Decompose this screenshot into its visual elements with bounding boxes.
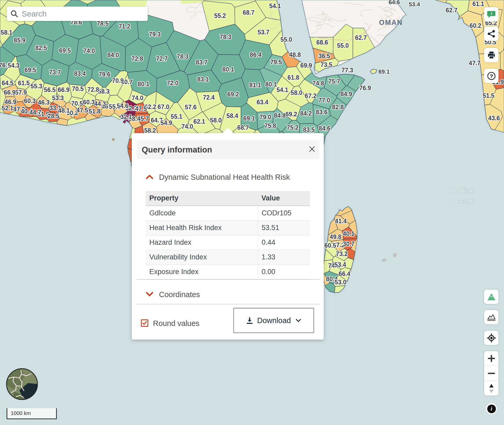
svg-text:81.1: 81.1: [249, 82, 261, 89]
svg-text:79.5: 79.5: [270, 59, 282, 66]
svg-text:82.5: 82.5: [35, 45, 47, 51]
svg-text:Ocean: Ocean: [450, 197, 476, 205]
svg-text:84.0: 84.0: [107, 52, 119, 58]
svg-text:70.5: 70.5: [72, 85, 84, 92]
svg-text:45.7: 45.7: [137, 115, 149, 122]
svg-text:47.7: 47.7: [469, 60, 481, 67]
svg-text:73.7: 73.7: [49, 69, 61, 76]
svg-text:62.7: 62.7: [355, 34, 367, 41]
svg-text:79.3: 79.3: [149, 31, 161, 38]
svg-text:56.5: 56.5: [44, 86, 56, 93]
svg-text:58.4: 58.4: [227, 112, 238, 119]
svg-text:83.5: 83.5: [303, 126, 315, 133]
svg-text:84.9: 84.9: [341, 91, 352, 97]
svg-text:43.6: 43.6: [488, 115, 500, 122]
svg-text:75.7: 75.7: [328, 78, 340, 85]
svg-text:68.7: 68.7: [237, 124, 249, 131]
svg-text:64.6: 64.6: [389, 0, 400, 6]
svg-text:30.7: 30.7: [343, 241, 355, 247]
svg-text:69.2: 69.2: [227, 91, 239, 98]
svg-text:46.3: 46.3: [38, 99, 50, 106]
svg-text:69.5: 69.5: [59, 47, 71, 54]
svg-text:66.9: 66.9: [58, 86, 70, 93]
svg-text:55.2: 55.2: [214, 12, 226, 19]
svg-text:74.8: 74.8: [313, 80, 324, 87]
svg-text:53.4: 53.4: [335, 261, 346, 268]
svg-text:83.4: 83.4: [74, 70, 86, 77]
svg-text:86.4: 86.4: [250, 51, 262, 58]
svg-text:51.8: 51.8: [89, 108, 101, 115]
svg-text:55.1: 55.1: [171, 113, 183, 120]
svg-text:72.8: 72.8: [87, 86, 99, 93]
svg-text:?: ?: [490, 73, 493, 79]
svg-text:60.5: 60.5: [325, 242, 336, 249]
svg-text:54.1: 54.1: [269, 3, 281, 9]
svg-text:70.5: 70.5: [71, 100, 83, 107]
svg-text:72.0: 72.0: [167, 80, 179, 86]
svg-text:84.8: 84.8: [274, 112, 286, 119]
svg-text:76.9: 76.9: [359, 85, 371, 91]
svg-text:85.9: 85.9: [14, 37, 26, 44]
svg-text:69.1: 69.1: [379, 68, 390, 75]
svg-text:69.1: 69.1: [243, 115, 255, 122]
svg-text:58.3: 58.3: [98, 88, 110, 95]
svg-text:62.1: 62.1: [194, 118, 205, 125]
svg-text:61.1: 61.1: [473, 1, 484, 7]
svg-text:54.6: 54.6: [117, 102, 129, 109]
svg-text:67.0: 67.0: [158, 103, 169, 110]
svg-text:53.0: 53.0: [335, 279, 347, 286]
svg-text:72.8: 72.8: [132, 55, 143, 62]
svg-text:48.8: 48.8: [289, 51, 301, 58]
svg-text:Indian: Indian: [450, 187, 476, 195]
svg-text:48.1: 48.1: [58, 107, 70, 114]
svg-text:84.6: 84.6: [319, 125, 331, 132]
svg-text:60.3: 60.3: [83, 99, 95, 106]
svg-text:55.0: 55.0: [281, 36, 292, 43]
svg-text:55.0: 55.0: [337, 42, 349, 49]
svg-text:72.7: 72.7: [156, 55, 168, 62]
svg-text:78.3: 78.3: [220, 34, 232, 40]
svg-text:66.4: 66.4: [339, 270, 350, 277]
svg-text:44.7: 44.7: [30, 109, 41, 116]
svg-text:60.3: 60.3: [24, 97, 36, 104]
svg-text:79.0: 79.0: [260, 114, 271, 121]
svg-text:73.5: 73.5: [321, 61, 332, 68]
svg-text:63.4: 63.4: [257, 99, 269, 106]
svg-text:80.1: 80.1: [222, 66, 234, 73]
svg-text:79.6: 79.6: [99, 71, 111, 78]
svg-text:53.7: 53.7: [258, 29, 270, 36]
svg-text:72.4: 72.4: [203, 94, 215, 101]
svg-text:77.3: 77.3: [342, 67, 353, 74]
svg-text:75.8: 75.8: [265, 122, 276, 129]
svg-text:57.6: 57.6: [185, 104, 197, 111]
svg-text:28.5: 28.5: [48, 113, 59, 119]
svg-text:68.6: 68.6: [316, 39, 328, 46]
svg-text:69.5: 69.5: [25, 67, 36, 73]
svg-text:58.0: 58.0: [291, 89, 303, 96]
svg-text:58.1: 58.1: [1, 29, 13, 36]
svg-text:60.2: 60.2: [470, 22, 481, 29]
svg-text:54.9: 54.9: [161, 119, 172, 126]
svg-text:61.8: 61.8: [288, 74, 299, 81]
svg-text:64.5: 64.5: [2, 80, 14, 86]
svg-text:77.0: 77.0: [319, 97, 330, 104]
svg-text:52.1: 52.1: [2, 105, 14, 112]
svg-text:47.5: 47.5: [135, 105, 147, 112]
svg-text:61.5: 61.5: [18, 80, 30, 86]
svg-text:OMAN: OMAN: [379, 19, 403, 26]
svg-text:83.1: 83.1: [197, 76, 209, 83]
svg-text:69.2: 69.2: [286, 111, 297, 118]
svg-text:67.2: 67.2: [305, 92, 317, 99]
svg-text:71.2: 71.2: [119, 23, 130, 30]
svg-text:73.2: 73.2: [336, 250, 348, 257]
svg-text:53.4: 53.4: [409, 1, 420, 8]
svg-text:69.9: 69.9: [300, 62, 312, 69]
svg-text:54.1: 54.1: [277, 86, 288, 93]
svg-text:70.9: 70.9: [112, 77, 124, 84]
svg-text:53.3: 53.3: [52, 95, 64, 101]
svg-text:80.1: 80.1: [265, 81, 277, 88]
svg-text:32.1: 32.1: [120, 113, 132, 120]
svg-text:i: i: [491, 11, 492, 16]
svg-text:74.0: 74.0: [182, 123, 193, 130]
svg-text:68.7: 68.7: [243, 9, 255, 16]
